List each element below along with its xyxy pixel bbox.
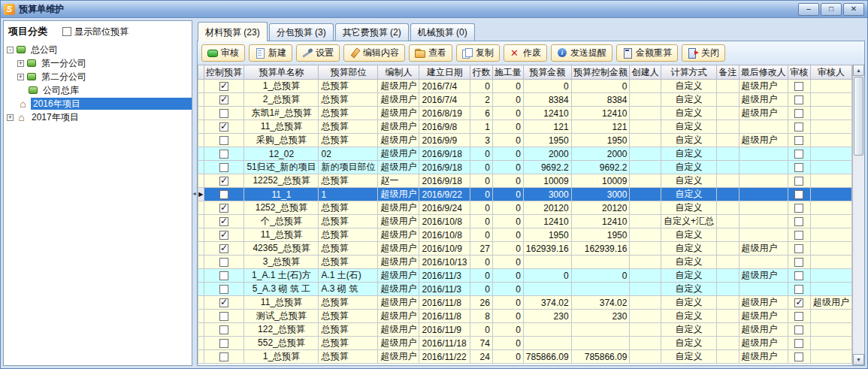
audited-checkbox[interactable]	[794, 325, 803, 334]
control-checkbox[interactable]	[219, 231, 228, 240]
audited-checkbox[interactable]	[794, 95, 803, 104]
audited-checkbox[interactable]	[794, 285, 803, 294]
table-row[interactable]: 1252_总预算总预算超级用户2016/9/24002012020120自定义	[198, 201, 852, 215]
tree-item[interactable]: -总公司	[4, 43, 192, 56]
control-checkbox[interactable]	[219, 285, 228, 294]
copy-button[interactable]: 复制	[456, 44, 500, 62]
audited-checkbox[interactable]	[794, 190, 803, 199]
column-header-note[interactable]: 备注	[717, 65, 739, 80]
collapse-icon[interactable]: -	[7, 47, 14, 53]
table-row[interactable]: 1_总预算总预算超级用户2016/7/40000自定义超级用户	[198, 80, 852, 93]
table-row[interactable]: 42365_总预算总预算超级用户2016/10/9270162939.16162…	[198, 242, 852, 256]
column-header-calc[interactable]: 计算方式	[661, 65, 717, 80]
audited-checkbox[interactable]	[794, 217, 803, 226]
scroll-up-icon[interactable]: ▲	[853, 65, 864, 76]
control-checkbox[interactable]	[219, 312, 228, 321]
column-header-control[interactable]: 控制预算	[204, 65, 244, 80]
control-checkbox[interactable]	[219, 298, 228, 307]
tree-item[interactable]: 公司总库	[4, 83, 192, 97]
table-row[interactable]: 个_总预算总预算超级用户2016/10/8001241012410自定义+汇总	[198, 215, 852, 228]
control-checkbox[interactable]	[219, 325, 228, 334]
column-header-audited[interactable]: 审核	[788, 65, 811, 80]
table-row[interactable]: 552_总预算总预算超级用户2016/11/18740自定义超级用户	[198, 337, 852, 350]
scroll-down-icon[interactable]: ▼	[853, 354, 864, 365]
control-checkbox[interactable]	[219, 163, 228, 172]
column-header-volume[interactable]: 施工量	[492, 65, 523, 80]
tab-0[interactable]: 材料预算 (23)	[198, 22, 268, 41]
table-row[interactable]: 11_总预算总预算超级用户2016/11/8260374.02374.02自定义…	[198, 296, 852, 310]
view-button[interactable]: 查看	[409, 44, 452, 62]
audited-checkbox[interactable]	[794, 136, 803, 145]
collapse-panel-icon[interactable]: ◄	[192, 191, 197, 196]
edit-button[interactable]: 编辑内容	[343, 44, 405, 62]
expand-icon[interactable]: +	[7, 114, 14, 121]
recalc-button[interactable]: 金额重算	[616, 44, 678, 62]
panel-splitter[interactable]: ◄	[192, 20, 197, 366]
column-header-control_amount[interactable]: 预算控制金额	[571, 65, 630, 80]
table-row[interactable]: 3_总预算总预算超级用户2016/10/1300自定义	[198, 256, 852, 269]
table-row[interactable]: 11_总预算总预算超级用户2016/9/810121121自定义	[198, 120, 852, 134]
tab-2[interactable]: 其它费预算 (2)	[335, 23, 409, 41]
table-row[interactable]: 122_总预算总预算超级用户2016/11/900自定义超级用户	[198, 323, 852, 337]
control-checkbox[interactable]	[219, 339, 228, 348]
audited-checkbox[interactable]	[794, 177, 803, 186]
table-row[interactable]: 采购_总预算总预算超级用户2016/9/93019501950自定义超级用户	[198, 134, 852, 147]
audited-checkbox[interactable]	[794, 352, 803, 361]
control-checkbox[interactable]	[219, 82, 228, 91]
column-header-name[interactable]: 预算单名称	[244, 65, 319, 80]
table-row[interactable]: 12_0202超级用户2016/9/180020002000自定义	[198, 147, 852, 161]
tree-item[interactable]: +第二分公司	[4, 70, 192, 83]
audited-checkbox[interactable]	[794, 109, 803, 118]
column-header-creator[interactable]: 创建人	[630, 65, 661, 80]
control-checkbox[interactable]	[219, 177, 228, 186]
control-checkbox[interactable]	[219, 136, 228, 145]
new-button[interactable]: 新建	[249, 44, 292, 62]
table-row[interactable]: 1_总预算总预算超级用户2016/11/22240785866.09785866…	[198, 350, 852, 364]
void-button[interactable]: 作废	[504, 44, 547, 62]
scrollbar-track[interactable]	[853, 156, 864, 354]
tree-item[interactable]: ⌂2016年项目	[4, 97, 192, 110]
close-window-button[interactable]: ✕	[843, 3, 864, 16]
table-row[interactable]: ▶11_11超级用户2016/9/220030003000自定义	[198, 188, 852, 201]
tree-item[interactable]: +⌂2017年项目	[4, 110, 192, 124]
column-header-author[interactable]: 编制人	[378, 65, 419, 80]
audited-checkbox[interactable]	[794, 82, 803, 91]
audited-checkbox[interactable]	[794, 163, 803, 172]
control-checkbox[interactable]	[219, 95, 228, 104]
audited-checkbox[interactable]	[794, 339, 803, 348]
audited-checkbox[interactable]	[794, 258, 803, 267]
control-checkbox[interactable]	[219, 150, 228, 159]
audited-checkbox[interactable]	[794, 298, 803, 307]
control-checkbox[interactable]	[219, 271, 228, 280]
column-header-part[interactable]: 预算部位	[319, 65, 378, 80]
audited-checkbox[interactable]	[794, 231, 803, 240]
column-header-modifier[interactable]: 最后修改人	[739, 65, 788, 80]
control-checkbox[interactable]	[219, 217, 228, 226]
column-header-lines[interactable]: 行数	[470, 65, 493, 80]
show-part-budget-checkbox[interactable]	[62, 27, 71, 36]
control-checkbox[interactable]	[219, 258, 228, 267]
control-checkbox[interactable]	[219, 204, 228, 213]
scrollbar-thumb[interactable]	[854, 77, 863, 156]
table-row[interactable]: 测试_总预算总预算超级用户2016/11/880230230自定义超级用户	[198, 310, 852, 323]
table-row[interactable]: 11_总预算总预算超级用户2016/10/80019501950自定义	[198, 228, 852, 242]
tab-1[interactable]: 分包预算 (3)	[269, 23, 334, 41]
minimize-button[interactable]: –	[798, 3, 819, 16]
audited-checkbox[interactable]	[794, 271, 803, 280]
expand-icon[interactable]: +	[17, 60, 24, 67]
column-header-auditor[interactable]: 审核人	[810, 65, 851, 80]
table-row[interactable]: 51归还_新的项目新的项目部位超级用户2016/9/18009692.29692…	[198, 161, 852, 174]
audited-checkbox[interactable]	[794, 122, 803, 132]
table-row[interactable]: 12252_总预算总预算赵一2016/9/18001000910009自定义	[198, 174, 852, 188]
tree-item[interactable]: +第一分公司	[4, 56, 192, 70]
control-checkbox[interactable]	[219, 244, 228, 253]
control-checkbox[interactable]	[219, 190, 228, 199]
approve-button[interactable]: 审核	[201, 44, 245, 62]
control-checkbox[interactable]	[219, 352, 228, 361]
column-header-date[interactable]: 建立日期	[419, 65, 470, 80]
notify-button[interactable]: 发送提醒	[551, 44, 612, 62]
table-row[interactable]: 1_A.1 土(石)方A.1 土(石)超级用户2016/11/30000自定义超…	[198, 269, 852, 283]
table-row[interactable]: 5_A.3 砌 筑 工A.3 砌 筑超级用户2016/11/300自定义	[198, 283, 852, 296]
audited-checkbox[interactable]	[794, 204, 803, 213]
table-row[interactable]: 2_总预算总预算超级用户2016/7/42083848384自定义超级用户	[198, 93, 852, 107]
